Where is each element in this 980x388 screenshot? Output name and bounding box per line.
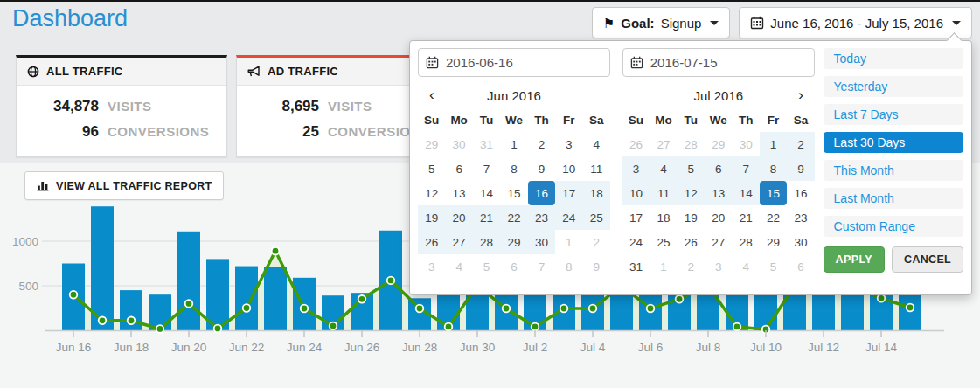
cancel-button[interactable]: CANCEL <box>892 246 963 273</box>
calendar-day[interactable]: 9 <box>583 254 610 279</box>
calendar-day[interactable]: 30 <box>528 230 555 254</box>
calendar-day[interactable]: 2 <box>787 132 814 156</box>
calendar-day[interactable]: 13 <box>705 181 732 205</box>
calendar-day[interactable]: 18 <box>650 205 677 230</box>
calendar-day[interactable]: 10 <box>622 181 650 205</box>
calendar-day[interactable]: 17 <box>555 181 582 205</box>
calendar-day[interactable]: 27 <box>445 230 472 254</box>
calendar-day[interactable]: 9 <box>528 156 555 181</box>
calendar-day[interactable]: 3 <box>705 254 732 279</box>
calendar-day[interactable]: 20 <box>445 205 472 230</box>
calendar-day[interactable]: 5 <box>473 254 500 279</box>
calendar-day[interactable]: 31 <box>622 254 650 279</box>
calendar-day[interactable]: 23 <box>787 205 814 230</box>
calendar-day[interactable]: 1 <box>650 254 677 279</box>
calendar-day[interactable]: 5 <box>678 156 705 181</box>
calendar-day[interactable]: 19 <box>678 205 705 230</box>
calendar-day[interactable]: 17 <box>622 205 650 230</box>
preset-yesterday[interactable]: Yesterday <box>824 76 963 97</box>
calendar-day[interactable]: 18 <box>583 181 610 205</box>
calendar-day[interactable]: 11 <box>583 156 610 181</box>
calendar-day[interactable]: 7 <box>732 156 759 181</box>
preset-last-30-days[interactable]: Last 30 Days <box>824 132 963 153</box>
calendar-day[interactable]: 15 <box>760 181 787 205</box>
preset-today[interactable]: Today <box>824 48 963 69</box>
calendar-day[interactable]: 4 <box>583 132 610 156</box>
calendar-day[interactable]: 23 <box>528 205 555 230</box>
calendar-day[interactable]: 16 <box>787 181 814 205</box>
calendar-day[interactable]: 6 <box>705 156 732 181</box>
calendar-day[interactable]: 29 <box>418 132 445 156</box>
date-range-dropdown-button[interactable]: June 16, 2016 - July 15, 2016 <box>739 7 972 38</box>
calendar-day[interactable]: 28 <box>473 230 500 254</box>
goal-dropdown-button[interactable]: ⚑ Goal: Signup <box>592 7 731 38</box>
preset-last-7-days[interactable]: Last 7 Days <box>824 104 963 125</box>
calendar-day[interactable]: 3 <box>418 254 445 279</box>
calendar-day[interactable]: 2 <box>678 254 705 279</box>
calendar-day[interactable]: 26 <box>418 230 445 254</box>
calendar-day[interactable]: 7 <box>473 156 500 181</box>
calendar-day[interactable]: 2 <box>528 132 555 156</box>
calendar-day[interactable]: 1 <box>555 230 582 254</box>
preset-this-month[interactable]: This Month <box>824 160 963 181</box>
calendar-day[interactable]: 3 <box>555 132 582 156</box>
calendar-day[interactable]: 4 <box>445 254 472 279</box>
calendar-day[interactable]: 24 <box>555 205 582 230</box>
calendar-day[interactable]: 24 <box>622 230 650 254</box>
calendar-day[interactable]: 27 <box>650 132 677 156</box>
preset-custom-range[interactable]: Custom Range <box>824 216 963 237</box>
calendar-day[interactable]: 16 <box>528 181 555 205</box>
calendar-day[interactable]: 30 <box>445 132 472 156</box>
calendar-day[interactable]: 28 <box>678 132 705 156</box>
calendar-day[interactable]: 31 <box>473 132 500 156</box>
preset-last-month[interactable]: Last Month <box>824 188 963 209</box>
calendar-day[interactable]: 28 <box>732 230 759 254</box>
calendar-day[interactable]: 22 <box>500 205 527 230</box>
calendar-day[interactable]: 1 <box>760 132 787 156</box>
calendar-day[interactable]: 8 <box>555 254 582 279</box>
calendar-day[interactable]: 30 <box>732 132 759 156</box>
calendar-day[interactable]: 12 <box>678 181 705 205</box>
calendar-day[interactable]: 5 <box>760 254 787 279</box>
calendar-day[interactable]: 19 <box>418 205 445 230</box>
calendar-day[interactable]: 6 <box>787 254 814 279</box>
calendar-day[interactable]: 20 <box>705 205 732 230</box>
calendar-day[interactable]: 29 <box>705 132 732 156</box>
calendar-day[interactable]: 15 <box>500 181 527 205</box>
calendar-day[interactable]: 5 <box>418 156 445 181</box>
calendar-day[interactable]: 6 <box>500 254 527 279</box>
calendar-day[interactable]: 14 <box>732 181 759 205</box>
calendar-day[interactable]: 10 <box>555 156 582 181</box>
calendar-day[interactable]: 1 <box>500 132 527 156</box>
calendar-day[interactable]: 8 <box>760 156 787 181</box>
calendar-day[interactable]: 21 <box>732 205 759 230</box>
next-month-button[interactable]: › <box>787 83 814 107</box>
calendar-day[interactable]: 4 <box>732 254 759 279</box>
calendar-day[interactable]: 25 <box>650 230 677 254</box>
calendar-day[interactable]: 29 <box>500 230 527 254</box>
calendar-day[interactable]: 6 <box>445 156 472 181</box>
calendar-day[interactable]: 14 <box>473 181 500 205</box>
calendar-day[interactable]: 26 <box>678 230 705 254</box>
calendar-day[interactable]: 21 <box>473 205 500 230</box>
calendar-day[interactable]: 7 <box>528 254 555 279</box>
calendar-day[interactable]: 30 <box>787 230 814 254</box>
view-all-traffic-report-button[interactable]: VIEW ALL TRAFFIC REPORT <box>24 171 224 200</box>
prev-month-button[interactable]: ‹ <box>418 83 445 107</box>
calendar-day[interactable]: 26 <box>622 132 650 156</box>
calendar-day[interactable]: 12 <box>418 181 445 205</box>
calendar-day[interactable]: 3 <box>622 156 650 181</box>
start-date-input[interactable] <box>418 48 610 77</box>
end-date-input[interactable] <box>622 48 815 77</box>
calendar-day[interactable]: 4 <box>650 156 677 181</box>
calendar-day[interactable]: 2 <box>583 230 610 254</box>
calendar-day[interactable]: 9 <box>787 156 814 181</box>
calendar-day[interactable]: 25 <box>583 205 610 230</box>
calendar-day[interactable]: 22 <box>760 205 787 230</box>
calendar-day[interactable]: 11 <box>650 181 677 205</box>
calendar-day[interactable]: 27 <box>705 230 732 254</box>
calendar-day[interactable]: 8 <box>500 156 527 181</box>
calendar-day[interactable]: 13 <box>445 181 472 205</box>
calendar-day[interactable]: 29 <box>760 230 787 254</box>
apply-button[interactable]: APPLY <box>824 246 886 273</box>
